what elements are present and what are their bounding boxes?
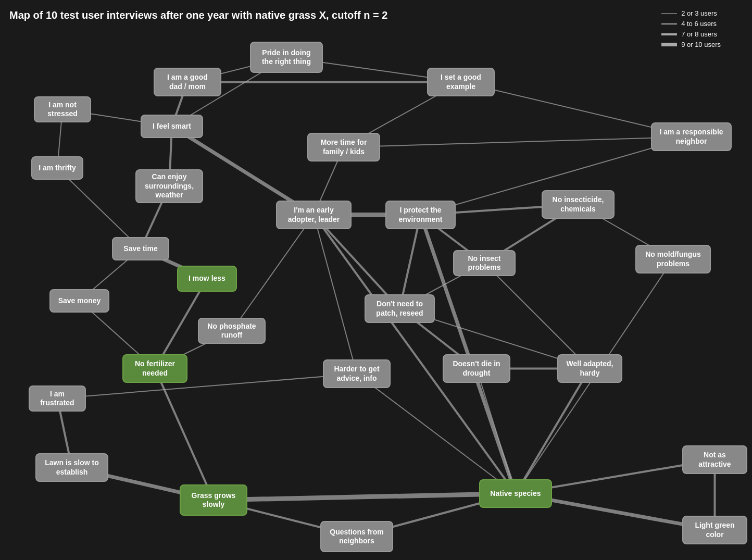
svg-line-34 bbox=[155, 369, 214, 501]
node-not_stressed: I am not stressed bbox=[34, 96, 91, 122]
legend-line-4 bbox=[661, 43, 677, 46]
node-no_insecticide: No insecticide, chemicals bbox=[542, 190, 615, 219]
node-responsible_neighbor: I am a responsible neighbor bbox=[651, 122, 732, 151]
node-feel_smart: I feel smart bbox=[141, 115, 203, 138]
node-lawn_slow: Lawn is slow to establish bbox=[35, 453, 108, 482]
node-good_example: I set a good example bbox=[427, 68, 495, 96]
node-well_adapted: Well adapted, hardy bbox=[557, 354, 622, 383]
connection-lines bbox=[0, 0, 752, 560]
legend-label-4: 9 or 10 users bbox=[681, 41, 721, 48]
legend-line-1 bbox=[661, 13, 677, 14]
node-no_fertilizer: No fertilizer needed bbox=[122, 354, 187, 383]
svg-line-20 bbox=[314, 215, 357, 374]
node-no_mold: No mold/fungus problems bbox=[635, 245, 711, 273]
node-grass_slowly: Grass grows slowly bbox=[180, 484, 247, 516]
node-good_dad: I am a good dad / mom bbox=[154, 68, 221, 96]
node-pride: Pride in doing the right thing bbox=[250, 42, 323, 73]
node-frustrated: I am frustrated bbox=[29, 385, 86, 412]
legend-line-3 bbox=[661, 33, 677, 35]
legend-item-4: 9 or 10 users bbox=[661, 41, 721, 48]
node-more_time: More time for family / kids bbox=[307, 133, 380, 161]
legend-line-2 bbox=[661, 23, 677, 24]
node-light_green: Light green color bbox=[682, 516, 747, 544]
node-thrifty: I am thrifty bbox=[31, 156, 83, 180]
legend-item-2: 4 to 6 users bbox=[661, 20, 721, 28]
legend-item-1: 2 or 3 users bbox=[661, 9, 721, 17]
node-save_time: Save time bbox=[112, 237, 169, 260]
node-enjoy_surroundings: Can enjoy surroundings, weather bbox=[135, 169, 203, 203]
svg-line-46 bbox=[516, 369, 590, 494]
node-doesnt_die: Doesn't die in drought bbox=[443, 354, 510, 383]
node-not_attractive: Not as attractive bbox=[682, 445, 747, 474]
legend-label-1: 2 or 3 users bbox=[681, 9, 717, 17]
node-no_phosphate: No phosphate runoff bbox=[198, 318, 266, 344]
node-native_species: Native species bbox=[479, 479, 552, 508]
page-title: Map of 10 test user interviews after one… bbox=[9, 9, 387, 21]
node-early_adopter: I'm an early adopter, leader bbox=[276, 201, 352, 229]
svg-line-47 bbox=[357, 374, 516, 494]
svg-line-38 bbox=[214, 494, 516, 501]
node-no_insect_problems: No insect problems bbox=[453, 250, 516, 276]
legend-label-3: 7 or 8 users bbox=[681, 30, 717, 38]
svg-line-18 bbox=[232, 215, 314, 331]
node-protect_env: I protect the environment bbox=[385, 201, 456, 229]
legend: 2 or 3 users 4 to 6 users 7 or 8 users 9… bbox=[661, 9, 721, 51]
svg-line-45 bbox=[477, 369, 516, 494]
node-dont_need_patch: Don't need to patch, reseed bbox=[365, 294, 435, 323]
svg-line-29 bbox=[484, 263, 590, 369]
legend-item-3: 7 or 8 users bbox=[661, 30, 721, 38]
canvas: Map of 10 test user interviews after one… bbox=[0, 0, 752, 560]
node-mow_less: I mow less bbox=[177, 266, 237, 292]
legend-label-2: 4 to 6 users bbox=[681, 20, 717, 28]
svg-line-36 bbox=[57, 374, 357, 399]
node-save_money: Save money bbox=[49, 289, 109, 313]
node-harder_advice: Harder to get advice, info bbox=[323, 359, 391, 388]
svg-line-11 bbox=[344, 137, 692, 147]
node-questions_neighbors: Questions from neighbors bbox=[320, 521, 393, 552]
